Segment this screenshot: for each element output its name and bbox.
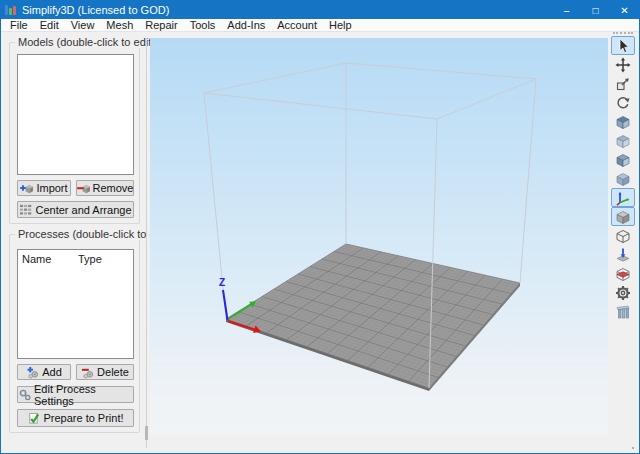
- delete-process-button-label: Delete: [97, 366, 129, 378]
- menu-item-edit[interactable]: Edit: [34, 19, 65, 32]
- processes-panel: Processes (double-click to edit) Name Ty…: [9, 234, 140, 433]
- toolbar-machine-settings-button[interactable]: [611, 283, 635, 302]
- import-button[interactable]: Import: [17, 180, 71, 196]
- center-and-arrange-button[interactable]: Center and Arrange: [17, 201, 134, 218]
- processes-column-type: Type: [78, 253, 102, 265]
- menu-item-mesh[interactable]: Mesh: [100, 19, 139, 32]
- show-axes-icon: [615, 190, 631, 206]
- minimize-button[interactable]: –: [552, 1, 581, 19]
- toolbar-view-iso-button[interactable]: [611, 112, 635, 131]
- toolbar-solid-render-button[interactable]: [611, 207, 635, 226]
- processes-column-name: Name: [22, 253, 51, 265]
- view-side-icon: [615, 171, 631, 187]
- menu-item-repair[interactable]: Repair: [139, 19, 183, 32]
- wireframe-render-icon: [615, 228, 631, 244]
- close-button[interactable]: ✕: [610, 1, 639, 19]
- toolbar-grip[interactable]: [613, 32, 633, 34]
- translate-model-icon: [615, 57, 631, 73]
- resize-grip-icon[interactable]: [628, 443, 636, 451]
- models-panel: Models (double-click to edit) Import Rem…: [9, 42, 140, 224]
- menu-bar: FileEditViewMeshRepairToolsAdd-InsAccoun…: [1, 19, 639, 32]
- models-list[interactable]: [17, 54, 134, 175]
- view-front-icon: [615, 152, 631, 168]
- add-process-icon: [26, 366, 39, 379]
- viewport-background: [150, 38, 608, 435]
- toolbar-translate-model-button[interactable]: [611, 55, 635, 74]
- rotate-model-icon: [615, 95, 631, 111]
- support-structures-icon: [615, 304, 631, 320]
- menu-item-help[interactable]: Help: [323, 19, 358, 32]
- menu-item-file[interactable]: File: [4, 19, 34, 32]
- view-top-icon: [615, 133, 631, 149]
- toolbar-rotate-model-button[interactable]: [611, 93, 635, 112]
- remove-button-label: Remove: [93, 182, 134, 194]
- toolbar-scale-model-button[interactable]: [611, 74, 635, 93]
- toolbar-view-side-button[interactable]: [611, 169, 635, 188]
- menu-item-addins[interactable]: Add-Ins: [221, 19, 271, 32]
- edit-process-settings-label: Edit Process Settings: [34, 383, 133, 407]
- prepare-print-icon: [27, 412, 40, 425]
- prepare-to-print-label: Prepare to Print!: [43, 412, 123, 424]
- process-settings-icon: [18, 388, 31, 401]
- machine-settings-icon: [615, 285, 631, 301]
- toolbar-wireframe-render-button[interactable]: [611, 226, 635, 245]
- cross-section-icon: [615, 266, 631, 282]
- app-window: Simplify3D (Licensed to GOD) – □ ✕ FileE…: [0, 0, 640, 454]
- edit-process-settings-button[interactable]: Edit Process Settings: [17, 386, 134, 403]
- prepare-to-print-button[interactable]: Prepare to Print!: [17, 409, 134, 427]
- window-title: Simplify3D (Licensed to GOD): [22, 4, 169, 16]
- solid-render-icon: [615, 209, 631, 225]
- z-axis-label: Z: [219, 277, 225, 288]
- center-arrange-icon: [19, 203, 32, 216]
- simplify3d-logo-icon: [5, 4, 17, 16]
- toolbar-support-structures-button[interactable]: [611, 302, 635, 321]
- toolbar-cross-section-button[interactable]: [611, 264, 635, 283]
- add-process-button-label: Add: [42, 366, 62, 378]
- menu-item-view[interactable]: View: [65, 19, 101, 32]
- models-panel-label: Models (double-click to edit): [15, 36, 158, 48]
- select-cursor-icon: [615, 38, 631, 54]
- toolbar-select-cursor-button[interactable]: [611, 36, 635, 55]
- view-iso-icon: [615, 114, 631, 130]
- delete-process-icon: [81, 366, 94, 379]
- center-arrange-button-label: Center and Arrange: [35, 204, 131, 216]
- remove-button[interactable]: Remove: [76, 180, 134, 196]
- toolbar-view-front-button[interactable]: [611, 150, 635, 169]
- processes-list[interactable]: Name Type: [17, 249, 134, 359]
- 3d-viewport[interactable]: Z: [150, 38, 608, 435]
- toolbar-view-top-button[interactable]: [611, 131, 635, 150]
- delete-process-button[interactable]: Delete: [76, 364, 134, 380]
- add-process-button[interactable]: Add: [17, 364, 71, 380]
- scale-model-icon: [615, 76, 631, 92]
- toolbar-place-surface-button[interactable]: [611, 245, 635, 264]
- import-button-label: Import: [36, 182, 67, 194]
- maximize-button[interactable]: □: [581, 1, 610, 19]
- side-toolbar: [608, 31, 637, 321]
- import-icon: [20, 182, 33, 195]
- title-bar[interactable]: Simplify3D (Licensed to GOD) – □ ✕: [1, 1, 639, 19]
- place-surface-icon: [615, 247, 631, 263]
- toolbar-show-axes-button[interactable]: [611, 188, 635, 207]
- menu-item-tools[interactable]: Tools: [184, 19, 222, 32]
- remove-icon: [77, 182, 90, 195]
- panel-splitter[interactable]: [145, 38, 148, 448]
- menu-item-account[interactable]: Account: [271, 19, 323, 32]
